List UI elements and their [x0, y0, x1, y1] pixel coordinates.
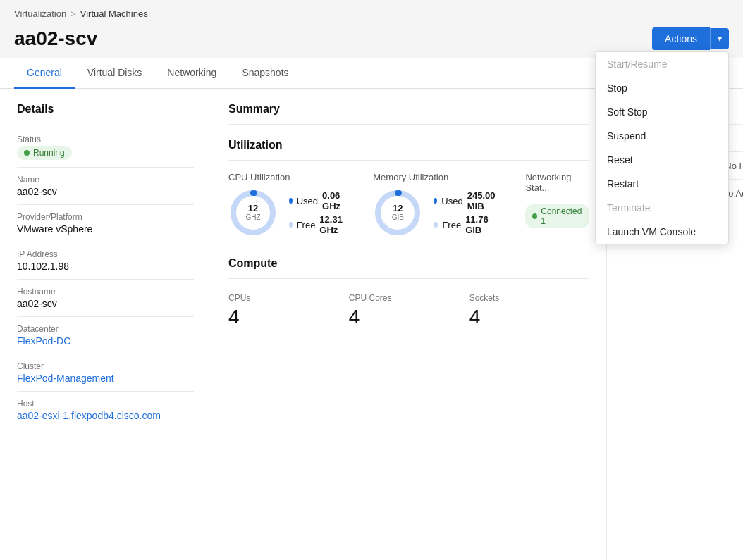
- cpu-cores-label: CPU Cores: [349, 293, 469, 303]
- cluster-field: Cluster FlexPod-Management: [17, 361, 194, 384]
- memory-util-label: Memory Utilization: [373, 172, 497, 182]
- memory-free-label: Free: [442, 220, 461, 230]
- status-dot-icon: [24, 150, 30, 156]
- actions-group: Actions ▾ Start/ResumeStopSoft StopSuspe…: [652, 27, 729, 50]
- memory-donut-chart: 12 GIB: [373, 188, 422, 237]
- memory-used-value: 245.00 MiB: [467, 190, 498, 211]
- cpu-free-dot: [289, 222, 293, 228]
- provider-label: Provider/Platform: [17, 212, 194, 222]
- cpu-cores-value: 4: [349, 306, 469, 328]
- actions-caret-button[interactable]: ▾: [710, 28, 729, 49]
- dropdown-item-suspend[interactable]: Suspend: [596, 124, 728, 148]
- ip-label: IP Address: [17, 249, 194, 259]
- details-panel: Details Status Running Name aa02-scv Pro…: [0, 89, 211, 560]
- compute-grid: CPUs 4 CPU Cores 4 Sockets 4: [228, 293, 589, 328]
- page-title: aa02-scv: [14, 27, 97, 50]
- datacenter-label: Datacenter: [17, 324, 194, 334]
- status-field: Status Running: [17, 135, 194, 160]
- cpu-free-value: 12.31 GHz: [319, 214, 345, 235]
- cluster-label: Cluster: [17, 361, 194, 371]
- name-field: Name aa02-scv: [17, 175, 194, 197]
- memory-donut-value: 12: [392, 204, 404, 213]
- memory-used-label: Used: [441, 196, 462, 206]
- breadcrumb-separator: >: [70, 8, 76, 19]
- dropdown-item-reset[interactable]: Reset: [596, 148, 728, 172]
- networking-label: Networking Stat...: [525, 172, 589, 193]
- memory-donut-center: 12 GIB: [392, 204, 404, 221]
- memory-free-dot: [434, 222, 438, 228]
- actions-dropdown-menu: Start/ResumeStopSoft StopSuspendResetRes…: [595, 51, 729, 244]
- breadcrumb-virtual-machines: Virtual Machines: [80, 8, 148, 19]
- cpu-legend: Used 0.06 GHz Free 12.31 GHz: [289, 190, 345, 235]
- memory-util-item: 12 GIB Used 245.00 MiB: [373, 188, 497, 237]
- utilization-title: Utilization: [228, 139, 589, 151]
- sockets-col: Sockets 4: [469, 293, 590, 328]
- datacenter-value[interactable]: FlexPod-DC: [17, 335, 194, 347]
- networking-status-badge: Connected 1: [525, 204, 589, 228]
- dropdown-item-restart[interactable]: Restart: [596, 172, 728, 196]
- status-badge: Running: [17, 146, 72, 160]
- name-label: Name: [17, 175, 194, 185]
- cpu-donut-center: 12 GHZ: [245, 204, 260, 221]
- sockets-value: 4: [469, 306, 590, 328]
- tab-snapshots[interactable]: Snapshots: [229, 58, 301, 89]
- dropdown-item-start-resume: Start/Resume: [596, 52, 728, 76]
- datacenter-field: Datacenter FlexPod-DC: [17, 324, 194, 347]
- cpu-free-legend: Free 12.31 GHz: [289, 214, 345, 235]
- memory-used-legend: Used 245.00 MiB: [434, 190, 497, 211]
- name-value: aa02-scv: [17, 186, 194, 197]
- networking-block: Networking Stat... Connected 1: [525, 172, 589, 237]
- hostname-label: Hostname: [17, 287, 194, 297]
- cpu-util-label: CPU Utilization: [228, 172, 345, 182]
- memory-utilization-block: Memory Utilization 12 GIB: [373, 172, 497, 237]
- details-title: Details: [17, 103, 194, 116]
- net-status-dot: [532, 213, 537, 219]
- provider-value: VMware vSphere: [17, 223, 194, 235]
- net-status-value: Connected 1: [541, 206, 582, 226]
- summary-panel: Summary Utilization CPU Utilization: [211, 89, 607, 560]
- cpu-cores-col: CPU Cores 4: [349, 293, 469, 328]
- cpu-used-value: 0.06 GHz: [322, 190, 345, 211]
- memory-used-dot: [434, 198, 437, 204]
- host-value[interactable]: aa02-esxi-1.flexpodb4.cisco.com: [17, 410, 194, 421]
- cpu-util-item: 12 GHZ Used 0.06 GHz: [228, 188, 345, 237]
- cpu-used-label: Used: [297, 196, 318, 206]
- host-field: Host aa02-esxi-1.flexpodb4.cisco.com: [17, 399, 194, 421]
- hostname-value: aa02-scv: [17, 298, 194, 309]
- tab-virtual-disks[interactable]: Virtual Disks: [75, 58, 155, 89]
- host-label: Host: [17, 399, 194, 409]
- cpu-free-label: Free: [297, 220, 316, 230]
- memory-free-legend: Free 11.76 GiB: [434, 214, 497, 235]
- breadcrumb: Virtualization > Virtual Machines: [0, 0, 743, 23]
- cpu-used-legend: Used 0.06 GHz: [289, 190, 345, 211]
- page-header: aa02-scv Actions ▾ Start/ResumeStopSoft …: [0, 23, 743, 58]
- tab-general[interactable]: General: [14, 58, 75, 89]
- sockets-label: Sockets: [469, 293, 590, 303]
- cpu-donut-unit: GHZ: [245, 214, 260, 222]
- cpu-donut-chart: 12 GHZ: [228, 188, 278, 237]
- ip-field: IP Address 10.102.1.98: [17, 249, 194, 272]
- status-value: Running: [33, 148, 65, 158]
- breadcrumb-virtualization[interactable]: Virtualization: [14, 8, 66, 19]
- tab-networking[interactable]: Networking: [154, 58, 229, 89]
- cpu-utilization-block: CPU Utilization 12 GHZ: [228, 172, 345, 237]
- memory-donut-unit: GIB: [392, 214, 404, 222]
- cpus-value: 4: [228, 306, 349, 328]
- actions-button[interactable]: Actions: [652, 27, 710, 50]
- memory-free-value: 11.76 GiB: [465, 214, 497, 235]
- hostname-field: Hostname aa02-scv: [17, 287, 194, 309]
- utilization-section: Utilization CPU Utilization 12: [228, 139, 589, 237]
- ip-value: 10.102.1.98: [17, 261, 194, 272]
- dropdown-item-launch-vm-console[interactable]: Launch VM Console: [596, 220, 728, 244]
- provider-field: Provider/Platform VMware vSphere: [17, 212, 194, 235]
- memory-legend: Used 245.00 MiB Free 11.76 GiB: [434, 190, 497, 235]
- summary-title: Summary: [228, 103, 589, 116]
- cpus-label: CPUs: [228, 293, 349, 303]
- dropdown-item-stop[interactable]: Stop: [596, 76, 728, 100]
- compute-section: Compute CPUs 4 CPU Cores 4 Sockets 4: [228, 257, 589, 328]
- cluster-value[interactable]: FlexPod-Management: [17, 373, 194, 384]
- cpu-donut-value: 12: [245, 204, 260, 213]
- dropdown-item-soft-stop[interactable]: Soft Stop: [596, 100, 728, 124]
- status-label: Status: [17, 135, 194, 144]
- cpus-col: CPUs 4: [228, 293, 349, 328]
